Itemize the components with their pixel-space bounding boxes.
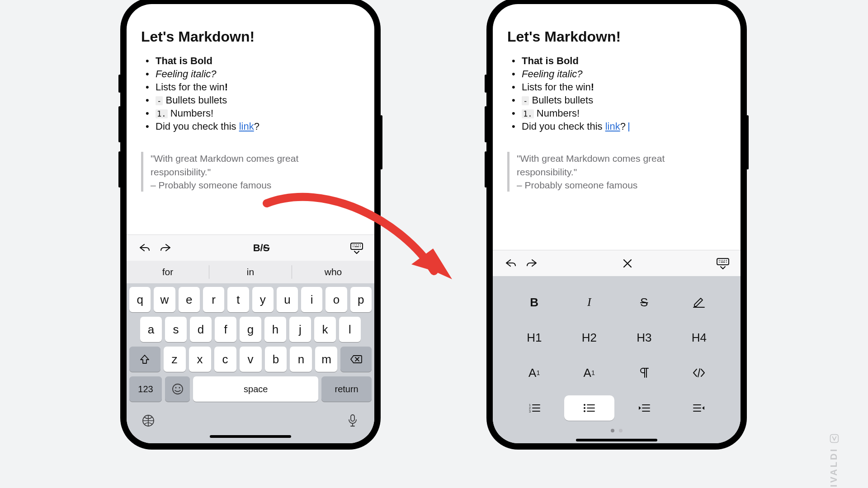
suggestion[interactable]: who	[292, 265, 374, 279]
text-cursor	[628, 122, 629, 131]
indent-icon	[638, 403, 651, 413]
key-o[interactable]: o	[326, 287, 347, 312]
home-indicator[interactable]	[576, 439, 657, 441]
svg-point-2	[175, 387, 176, 389]
md-subscript-button[interactable]: A1	[509, 360, 560, 385]
note-link[interactable]: link	[605, 121, 620, 132]
svg-rect-6	[717, 258, 729, 265]
svg-point-3	[179, 387, 180, 389]
key-h[interactable]: h	[264, 317, 286, 342]
key-r[interactable]: r	[203, 287, 224, 312]
key-v[interactable]: v	[240, 347, 262, 372]
key-d[interactable]: d	[190, 317, 212, 342]
bullet-list-icon	[583, 403, 595, 413]
note-content[interactable]: Let's Markdown! That is Bold Feeling ita…	[127, 4, 374, 235]
close-style-button[interactable]	[621, 257, 634, 270]
list-item: Lists for the win!	[146, 80, 360, 94]
blockquote: "With great Markdown comes great respons…	[141, 152, 360, 192]
key-l[interactable]: l	[339, 317, 361, 342]
key-y[interactable]: y	[252, 287, 274, 312]
vivaldi-logo-icon	[830, 434, 839, 443]
undo-button[interactable]	[504, 257, 517, 270]
key-f[interactable]: f	[215, 317, 236, 342]
note-title: Let's Markdown!	[141, 28, 360, 45]
key-p[interactable]: p	[350, 287, 372, 312]
shift-key[interactable]	[129, 347, 160, 372]
list-item: Did you check this link?	[512, 120, 726, 133]
home-indicator[interactable]	[210, 435, 291, 438]
md-superscript-button[interactable]: A1	[564, 360, 615, 385]
key-z[interactable]: z	[164, 347, 186, 372]
md-outdent-button[interactable]	[674, 395, 725, 421]
note-content[interactable]: Let's Markdown! That is Bold Feeling ita…	[493, 4, 741, 250]
svg-text:2: 2	[529, 407, 531, 410]
key-j[interactable]: j	[289, 317, 311, 342]
dismiss-keyboard-button[interactable]	[716, 257, 730, 270]
md-bullet-list-button[interactable]	[564, 395, 615, 421]
undo-button[interactable]	[137, 241, 151, 255]
md-h2-button[interactable]: H2	[564, 325, 615, 350]
key-a[interactable]: a	[140, 317, 162, 342]
redo-button[interactable]	[525, 257, 539, 270]
redo-button[interactable]	[159, 241, 173, 255]
key-c[interactable]: c	[214, 347, 236, 372]
svg-text:3: 3	[529, 410, 531, 413]
dictation-button[interactable]	[344, 413, 361, 429]
backspace-key[interactable]	[340, 347, 372, 372]
outdent-icon	[693, 403, 705, 413]
svg-point-10	[584, 404, 585, 406]
md-strike-button[interactable]: S	[619, 290, 670, 315]
key-b[interactable]: b	[265, 347, 287, 372]
key-x[interactable]: x	[189, 347, 211, 372]
dismiss-keyboard-button[interactable]	[350, 241, 363, 255]
list-item: - Bullets bullets	[512, 94, 726, 107]
md-paragraph-button[interactable]	[619, 360, 670, 385]
key-w[interactable]: w	[154, 287, 175, 312]
side-button	[746, 115, 749, 169]
watermark: VIVALDI	[829, 434, 839, 488]
note-link[interactable]: link	[239, 121, 254, 132]
side-button	[118, 75, 121, 93]
list-item: - Bullets bullets	[146, 94, 360, 107]
key-g[interactable]: g	[240, 317, 261, 342]
side-button	[118, 151, 121, 188]
suggestion[interactable]: in	[209, 265, 292, 279]
return-key[interactable]: return	[321, 376, 372, 402]
suggestion[interactable]: for	[127, 261, 209, 283]
md-italic-button[interactable]: I	[564, 290, 615, 315]
key-u[interactable]: u	[277, 287, 298, 312]
note-list: That is Bold Feeling italic? Lists for t…	[146, 54, 360, 133]
md-indent-button[interactable]	[619, 395, 670, 421]
phone-right: Let's Markdown! That is Bold Feeling ita…	[486, 0, 747, 450]
list-item: Feeling italic?	[146, 67, 360, 80]
md-code-button[interactable]	[674, 360, 725, 385]
suggestion-bar: for in who	[127, 261, 374, 283]
space-key[interactable]: space	[193, 376, 318, 402]
key-t[interactable]: t	[227, 287, 249, 312]
side-button	[485, 75, 487, 93]
key-i[interactable]: i	[301, 287, 322, 312]
side-button	[485, 106, 487, 142]
md-h3-button[interactable]: H3	[619, 325, 670, 350]
ordered-list-icon: 123	[528, 403, 541, 413]
emoji-key[interactable]	[165, 376, 190, 402]
numbers-key[interactable]: 123	[129, 376, 162, 402]
dot-inactive	[619, 429, 623, 432]
md-highlight-button[interactable]	[674, 290, 725, 315]
key-s[interactable]: s	[165, 317, 187, 342]
pencil-icon	[693, 296, 705, 308]
key-m[interactable]: m	[315, 347, 337, 372]
md-bold-button[interactable]: B	[509, 290, 560, 315]
keyboard: for in who q w e r t y u i o p a	[127, 261, 374, 443]
md-h4-button[interactable]: H4	[674, 325, 725, 350]
md-h1-button[interactable]: H1	[509, 325, 560, 350]
globe-button[interactable]	[140, 413, 156, 429]
md-ordered-list-button[interactable]: 123	[509, 395, 560, 421]
svg-point-12	[584, 410, 585, 412]
key-e[interactable]: e	[179, 287, 200, 312]
key-k[interactable]: k	[314, 317, 336, 342]
side-button	[380, 115, 382, 169]
style-toggle-button[interactable]: B/S	[253, 242, 270, 254]
key-q[interactable]: q	[129, 287, 151, 312]
key-n[interactable]: n	[290, 347, 312, 372]
